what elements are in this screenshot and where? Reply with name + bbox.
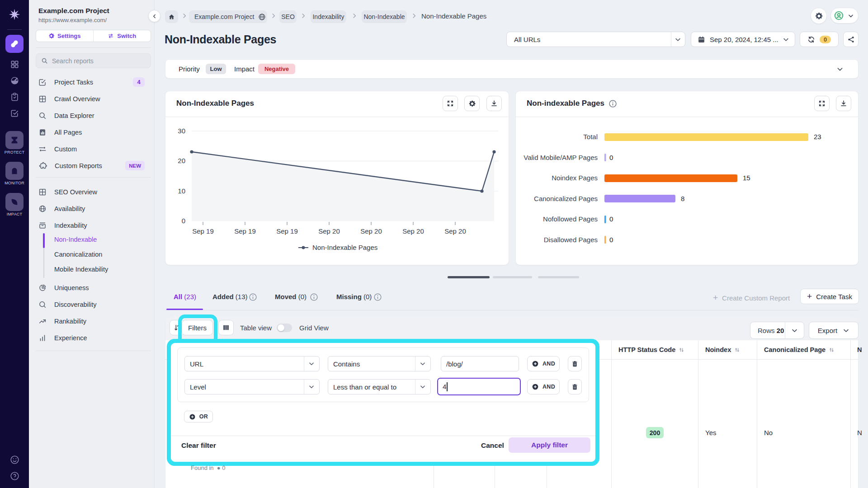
svg-text:Sep 19: Sep 19 (192, 227, 214, 235)
svg-text:Sep 20: Sep 20 (444, 227, 466, 235)
svg-text:0: 0 (182, 217, 185, 225)
svg-text:0: 0 (609, 154, 613, 161)
svg-text:Non-Indexable Pages: Non-Indexable Pages (312, 244, 377, 251)
svg-text:Disallowed Pages: Disallowed Pages (544, 236, 598, 244)
svg-text:Canonicalized Pages: Canonicalized Pages (534, 195, 598, 202)
svg-text:0: 0 (609, 236, 613, 244)
svg-text:8: 8 (681, 195, 684, 202)
svg-text:0: 0 (609, 215, 613, 223)
svg-text:Noindex Pages: Noindex Pages (552, 174, 598, 182)
svg-text:Valid Mobile/AMP Pages: Valid Mobile/AMP Pages (524, 154, 598, 161)
svg-text:Sep 20: Sep 20 (318, 227, 340, 235)
svg-text:Sep 20: Sep 20 (402, 227, 424, 235)
svg-text:23: 23 (814, 133, 821, 141)
svg-text:Sep 19: Sep 19 (234, 227, 256, 235)
svg-text:Sep 19: Sep 19 (276, 227, 298, 235)
svg-text:15: 15 (743, 174, 750, 182)
svg-text:10: 10 (178, 187, 185, 195)
svg-text:30: 30 (178, 127, 185, 135)
svg-text:Nofollowed Pages: Nofollowed Pages (543, 215, 598, 223)
svg-text:Sep 20: Sep 20 (360, 227, 382, 235)
svg-text:Total: Total (583, 133, 598, 141)
svg-text:20: 20 (178, 157, 185, 164)
